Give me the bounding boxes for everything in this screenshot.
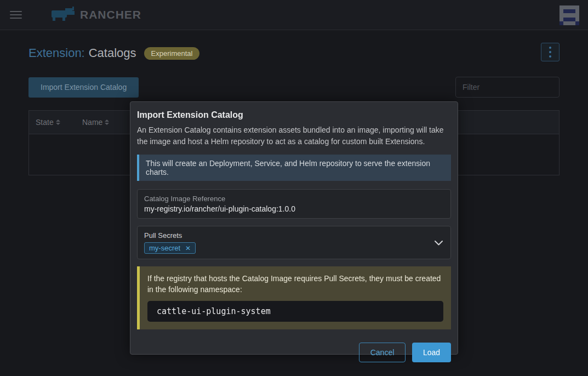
warning-text: If the registry that hosts the Catalog I… [147, 273, 443, 295]
import-extension-catalog-button[interactable]: Import Extension Catalog [28, 77, 139, 98]
experimental-badge: Experimental [144, 47, 200, 60]
pull-secrets-label: Pull Secrets [144, 231, 444, 240]
namespace-value: cattle-ui-plugin-system [157, 306, 271, 316]
warning-banner: If the registry that hosts the Catalog I… [137, 266, 451, 329]
info-banner: This will create an Deployment, Service,… [137, 155, 451, 181]
sort-icon [105, 119, 109, 125]
actions-row: Import Extension Catalog [28, 77, 560, 98]
import-extension-catalog-modal: Import Extension Catalog An Extension Ca… [130, 101, 458, 355]
load-button[interactable]: Load [412, 343, 451, 362]
page-title: Extension:Catalogs [28, 46, 136, 60]
chevron-down-icon [435, 238, 443, 248]
app-header: RANCHER [0, 0, 588, 30]
modal-title: Import Extension Catalog [137, 110, 451, 120]
rancher-cow-icon [50, 5, 76, 24]
modal-footer: Cancel Load [137, 343, 451, 362]
sort-icon [56, 119, 60, 125]
filter-input[interactable] [455, 77, 560, 98]
rancher-logo-text: RANCHER [80, 8, 141, 21]
remove-tag-icon[interactable]: ✕ [185, 244, 191, 252]
pull-secrets-select[interactable]: Pull Secrets my-secret ✕ [137, 226, 451, 259]
pull-secret-tag: my-secret ✕ [144, 242, 196, 254]
page-title-prefix: Extension: [28, 46, 85, 60]
kebab-menu-button[interactable] [541, 43, 560, 61]
modal-description: An Extension Catalog contains extension … [137, 124, 451, 147]
cancel-button[interactable]: Cancel [359, 343, 406, 362]
page-title-main: Catalogs [89, 46, 136, 60]
page-title-row: Extension:Catalogs Experimental [28, 44, 560, 62]
pull-secret-tag-label: my-secret [149, 244, 180, 252]
hamburger-menu-icon[interactable] [10, 8, 24, 22]
table-header-state-label: State [36, 118, 54, 127]
catalog-image-reference-field[interactable]: Catalog Image Reference [137, 189, 451, 219]
rancher-logo[interactable]: RANCHER [50, 5, 141, 24]
user-avatar[interactable] [560, 5, 579, 25]
table-header-name-label: Name [82, 118, 102, 127]
table-header-state[interactable]: State [36, 118, 82, 127]
info-banner-text: This will create an Deployment, Service,… [146, 159, 430, 176]
catalog-image-reference-input[interactable] [144, 204, 444, 213]
namespace-code-block: cattle-ui-plugin-system [147, 301, 443, 322]
catalog-image-reference-label: Catalog Image Reference [144, 195, 444, 203]
